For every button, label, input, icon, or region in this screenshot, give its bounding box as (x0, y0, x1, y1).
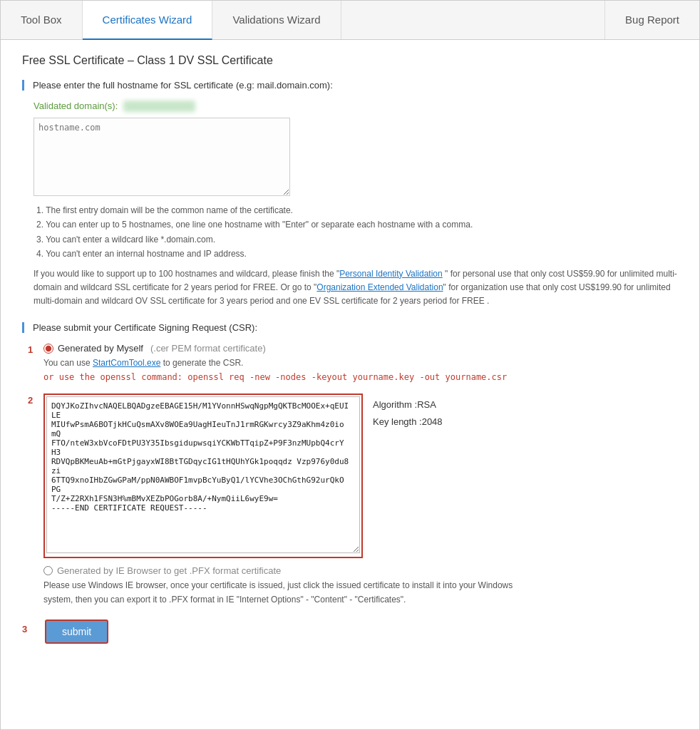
personal-identity-link[interactable]: Personal Identity Validation (339, 269, 443, 279)
ie-radio-row: Generated by IE Browser to get .PFX form… (43, 565, 678, 576)
main-content: Free SSL Certificate – Class 1 DV SSL Ce… (1, 40, 699, 658)
ie-radio-section: Generated by IE Browser to get .PFX form… (43, 565, 678, 606)
csr-textarea[interactable]: DQYJKoZIhvcNAQELBQADgzeEBAGE15H/M1YVonnH… (46, 396, 360, 553)
hostname-textarea-wrap (34, 118, 678, 196)
csr-box: DQYJKoZIhvcNAQELBQADgzeEBAGE15H/M1YVonnH… (43, 394, 678, 558)
hint-4: You can't enter an internal hostname and… (36, 247, 678, 261)
tab-certificates[interactable]: Certificates Wizard (83, 1, 213, 40)
step2-num: 2 (28, 394, 43, 406)
openssl-row: or use the openssl command: openssl req … (43, 372, 678, 382)
csr-hint1: You can use StartComTool.exe to generate… (43, 356, 678, 370)
tab-bugreport[interactable]: Bug Report (604, 1, 699, 39)
algorithm-label: Algorithm : (373, 399, 417, 410)
keylength-row: Key length :2048 (373, 413, 443, 430)
algorithm-value: RSA (417, 399, 436, 410)
page-title: Free SSL Certificate – Class 1 DV SSL Ce… (22, 54, 678, 67)
step1-content: Generated by Myself (.cer PEM format cer… (43, 343, 678, 386)
radio-ie-browser[interactable] (43, 566, 53, 575)
main-window: Tool Box Certificates Wizard Validations… (0, 0, 700, 730)
ie-radio-label: Generated by IE Browser to get .PFX form… (57, 565, 281, 576)
radio1-sublabel: (.cer PEM format certificate) (150, 343, 266, 354)
validated-domain-row: Validated domain(s): domain.com (34, 101, 678, 112)
openssl-cmd-text: openssl req -new -nodes -keyout yourname… (187, 372, 507, 382)
section-csr: Please submit your Certificate Signing R… (22, 322, 678, 333)
tab-bar: Tool Box Certificates Wizard Validations… (1, 1, 699, 40)
step3-row: 3 submit (22, 614, 678, 644)
step1-num: 1 (28, 343, 43, 355)
validated-domain-value: domain.com (123, 101, 195, 112)
keylength-label: Key length : (373, 416, 422, 427)
tab-toolbox[interactable]: Tool Box (1, 1, 83, 39)
section1-label: Please enter the full hostname for SSL c… (33, 80, 333, 91)
validated-label: Validated domain(s): (34, 101, 118, 111)
radio-generated-myself[interactable] (43, 344, 53, 354)
startcomtool-link[interactable]: StartComTool.exe (93, 358, 160, 368)
hostname-textarea[interactable] (34, 118, 290, 196)
radio1-label: Generated by Myself (58, 343, 143, 354)
openssl-pre: or use the openssl command: (43, 372, 187, 382)
info-text-part1: If you would like to support up to 100 h… (34, 269, 339, 279)
hint-line2: to generate the CSR. (160, 358, 243, 368)
hint-2: You can enter up to 5 hostnames, one lin… (36, 217, 678, 232)
step3-num: 3 (22, 622, 38, 634)
submit-button[interactable]: submit (45, 620, 108, 644)
hint-line1: You can use (43, 358, 93, 368)
ie-info-text: Please use Windows IE browser, once your… (43, 579, 542, 606)
info-text: If you would like to support up to 100 h… (34, 267, 678, 309)
radio1-row: Generated by Myself (.cer PEM format cer… (43, 343, 678, 354)
step2-content: DQYJKoZIhvcNAQELBQADgzeEBAGE15H/M1YVonnH… (43, 394, 678, 558)
hint-list: The first entry domain will be the commo… (36, 203, 678, 262)
step1-row: 1 Generated by Myself (.cer PEM format c… (28, 343, 678, 386)
tab-spacer (341, 1, 605, 39)
hint-3: You can't enter a wildcard like *.domain… (36, 232, 678, 247)
csr-textarea-wrap: DQYJKoZIhvcNAQELBQADgzeEBAGE15H/M1YVonnH… (43, 394, 363, 558)
keylength-value: 2048 (422, 416, 443, 427)
algorithm-row: Algorithm :RSA (373, 396, 443, 413)
csr-meta: Algorithm :RSA Key length :2048 (373, 394, 443, 430)
tab-validations[interactable]: Validations Wizard (212, 1, 341, 39)
hint-1: The first entry domain will be the commo… (36, 203, 678, 217)
org-extended-link[interactable]: Organization Extended Validation (316, 282, 443, 292)
csr-section-label: Please submit your Certificate Signing R… (33, 322, 257, 333)
step2-row: 2 DQYJKoZIhvcNAQELBQADgzeEBAGE15H/M1YVon… (28, 394, 678, 558)
section-hostname: Please enter the full hostname for SSL c… (22, 80, 678, 91)
